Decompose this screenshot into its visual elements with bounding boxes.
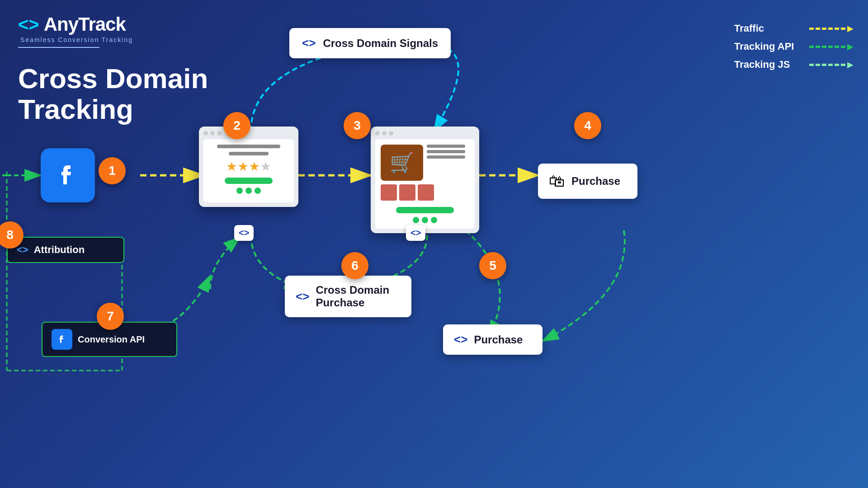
dot1 [203,131,208,136]
logo-name: AnyTrack [44,14,126,35]
attr-diamond-icon: <> [17,244,28,256]
dot2 [210,131,215,136]
cdp-label: Cross Domain Purchase [316,284,401,309]
logo-subtitle: Seamless Conversion Tracking [18,36,133,43]
shop-line-2 [427,150,465,153]
legend-js-label: Tracking JS [734,59,802,70]
shop-line-1 [427,145,465,148]
shop-green-dots [413,217,437,223]
dot-b [245,188,252,194]
legend-api-label: Tracking API [734,41,802,52]
legend-traffic-line [809,28,845,30]
cds-label: Cross Domain Signals [323,37,438,50]
step-2-circle: 2 [223,112,250,139]
step-4-circle: 4 [574,112,601,139]
thumb-3 [418,184,434,201]
step-6-circle: 6 [341,252,368,279]
facebook-icon [41,148,95,202]
green-button [225,178,273,184]
step-1-circle: 1 [99,157,126,184]
shop-content: 🛒 [375,139,475,229]
cross-domain-signals-box: <> Cross Domain Signals [289,28,451,58]
conv-api-label: Conversion API [78,334,145,345]
shop-anytrack-badge: <> [406,225,425,241]
text-line-2 [229,152,269,155]
logo-diamond-icon: <> [18,14,39,35]
legend-api-line [809,46,845,48]
thumb-1 [381,184,397,201]
badge-diamond-icon-1: <> [239,228,249,238]
shop-grid: 🛒 [381,145,469,201]
dot1 [375,131,380,136]
star-rating: ★★★★ [226,159,271,174]
thumb-2 [399,184,415,201]
legend-tracking-api: Tracking API [734,41,845,52]
green-dots [236,188,261,194]
shop-lines [427,145,469,159]
review-page-browser: ★★★★ [199,127,298,207]
s-dot-b [422,217,428,223]
review-content: ★★★★ [203,139,294,202]
cross-domain-purchase-box: <> Cross Domain Purchase [285,276,411,317]
main-title: Cross Domain Tracking [18,63,208,125]
atp-diamond-icon: <> [454,333,467,347]
shop-hero: 🛒 [381,145,423,181]
shop-green-button [396,207,453,213]
step-5-circle: 5 [479,252,506,279]
logo-divider [18,47,99,48]
anytrack-purchase-box: <> Purchase [443,324,542,355]
badge-diamond-icon-2: <> [410,228,421,238]
shop-line-3 [427,155,465,159]
step-7-circle: 7 [97,303,124,330]
dot3 [389,131,393,136]
cdp-diamond-icon: <> [296,290,309,304]
shop-thumbs [381,184,469,201]
legend-traffic: Traffic [734,23,845,34]
attribution-label: Attribution [34,244,85,256]
legend: Traffic Tracking API Tracking JS [734,23,845,70]
dot-a [236,188,243,194]
review-anytrack-badge: <> [234,225,254,241]
atp-label: Purchase [474,333,523,346]
step-3-circle: 3 [344,112,371,139]
text-line-1 [217,145,281,148]
anytrack-logo: <> AnyTrack Seamless Conversion Tracking [18,14,133,48]
shopify-icon: 🛍 [549,172,565,191]
dot2 [382,131,387,136]
cds-diamond-icon: <> [302,36,316,50]
legend-tracking-js: Tracking JS [734,59,845,70]
conv-api-fb-icon [52,329,72,350]
shopify-purchase-box: 🛍 Purchase [538,164,637,199]
legend-traffic-label: Traffic [734,23,802,34]
dot-c [255,188,261,194]
browser-bar-2 [375,131,475,136]
legend-js-line [809,64,845,66]
purchase-label: Purchase [571,175,620,188]
s-dot-a [413,217,419,223]
attribution-box: <> Attribution [7,237,124,263]
dot3 [217,131,222,136]
s-dot-c [431,217,437,223]
shop-browser: 🛒 [371,127,479,233]
